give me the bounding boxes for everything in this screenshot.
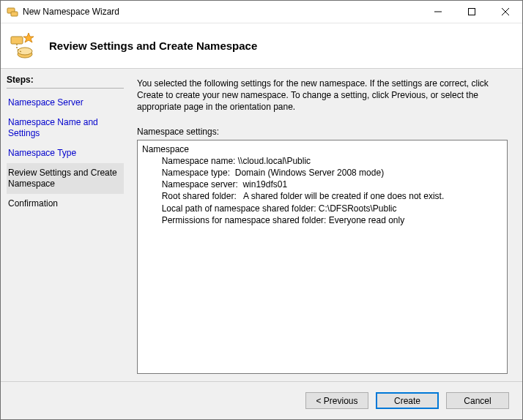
step-review-settings: Review Settings and Create Namespace: [7, 163, 124, 194]
maximize-button[interactable]: [455, 1, 489, 23]
create-button[interactable]: Create: [376, 392, 439, 409]
steps-divider: [7, 88, 124, 89]
content-pane: You selected the following settings for …: [130, 69, 522, 381]
wizard-window: New Namespace Wizard Review Settings: [0, 0, 523, 420]
wizard-header: Review Settings and Create Namespace: [1, 23, 522, 69]
svg-point-9: [18, 48, 32, 55]
minimize-button[interactable]: [421, 1, 455, 23]
window-title: New Namespace Wizard: [23, 7, 119, 17]
app-icon: [7, 6, 18, 18]
svg-rect-6: [11, 37, 23, 44]
wizard-footer: < Previous Create Cancel: [1, 381, 522, 419]
wizard-header-icon: [10, 32, 37, 60]
steps-heading: Steps:: [7, 75, 124, 85]
step-namespace-server[interactable]: Namespace Server: [7, 93, 124, 113]
wizard-body: Steps: Namespace Server Namespace Name a…: [1, 69, 522, 381]
page-title: Review Settings and Create Namespace: [49, 40, 257, 52]
instructions-text: You selected the following settings for …: [137, 78, 508, 113]
svg-rect-3: [469, 9, 475, 15]
svg-rect-1: [11, 12, 18, 16]
svg-marker-7: [23, 33, 34, 42]
previous-button[interactable]: < Previous: [305, 392, 368, 409]
title-bar: New Namespace Wizard: [1, 1, 522, 23]
namespace-settings-box[interactable]: Namespace Namespace name: \\cloud.local\…: [137, 140, 508, 374]
step-namespace-type[interactable]: Namespace Type: [7, 143, 124, 163]
step-namespace-name-settings[interactable]: Namespace Name and Settings: [7, 113, 124, 143]
cancel-button[interactable]: Cancel: [446, 392, 509, 409]
steps-pane: Steps: Namespace Server Namespace Name a…: [1, 69, 130, 381]
settings-label: Namespace settings:: [137, 127, 508, 137]
step-confirmation: Confirmation: [7, 194, 124, 214]
close-button[interactable]: [489, 1, 522, 23]
